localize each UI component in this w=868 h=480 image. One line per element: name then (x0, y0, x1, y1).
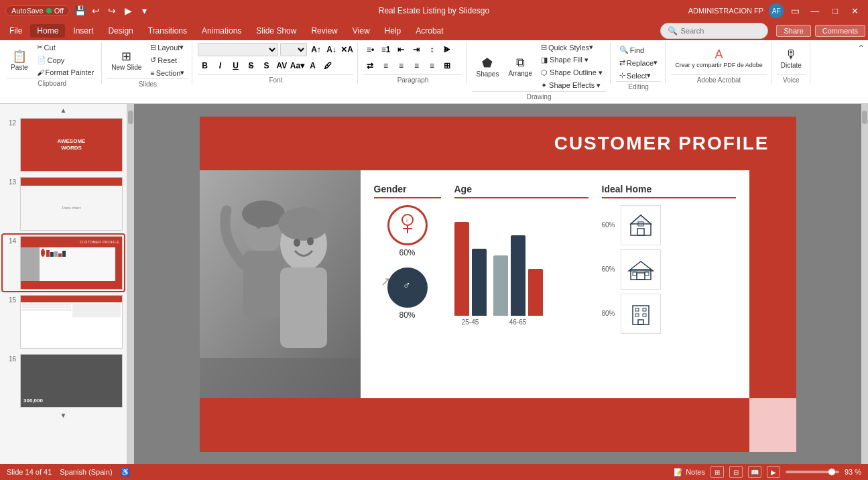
minimize-button[interactable]: — (806, 6, 823, 16)
layout-button[interactable]: ⊟ Layout ▾ (147, 42, 188, 53)
adobe-create-button[interactable]: A Crear y compartir PDF de Adobe (671, 44, 767, 73)
slide-sorter-button[interactable]: ⊟ (729, 466, 743, 478)
scroll-down-button[interactable]: ▼ (3, 412, 124, 419)
select-button[interactable]: ⊹ Select ▾ (616, 70, 661, 81)
right-scrollbar[interactable] (861, 104, 868, 464)
present-icon[interactable]: ▶ (122, 5, 134, 17)
menu-view[interactable]: View (346, 24, 377, 38)
change-case-button[interactable]: Aa▾ (290, 59, 304, 72)
svg-rect-31 (643, 314, 646, 316)
comments-button[interactable]: Comments (815, 25, 865, 37)
section-button[interactable]: ≡ Section ▾ (147, 67, 188, 78)
undo-icon[interactable]: ↩ (90, 5, 102, 17)
copy-button[interactable]: 📄 Copy (34, 54, 98, 66)
search-bar[interactable]: 🔍 (660, 23, 768, 39)
align-right-button[interactable]: ≡ (410, 59, 423, 72)
normal-view-button[interactable]: ⊞ (710, 466, 724, 478)
menu-slideshow[interactable]: Slide Show (249, 24, 303, 38)
font-row-2: B I U S S AV Aa▾ A 🖊 (198, 59, 353, 72)
shapes-button[interactable]: ⬟ Shapes (472, 52, 503, 81)
align-left-button[interactable]: ≡ (379, 59, 392, 72)
menu-design[interactable]: Design (101, 24, 139, 38)
increase-indent-button[interactable]: ⇥ (410, 43, 423, 56)
quick-styles-button[interactable]: ⊟ Quick Styles ▾ (538, 42, 606, 53)
left-scroll-thumb[interactable] (128, 111, 133, 124)
char-spacing-button[interactable]: AV (275, 59, 288, 72)
strikethrough-button[interactable]: S (244, 59, 257, 72)
home-icon-3 (621, 294, 661, 334)
menu-animations[interactable]: Animations (195, 24, 248, 38)
font-color-button[interactable]: A (306, 59, 319, 72)
underline-button[interactable]: U (229, 59, 242, 72)
menu-insert[interactable]: Insert (66, 24, 100, 38)
menu-file[interactable]: File (3, 24, 29, 38)
right-scroll-thumb[interactable] (862, 111, 867, 124)
font-size-select[interactable] (280, 43, 307, 56)
align-center-button[interactable]: ≡ (394, 59, 408, 72)
slides-label: Slides (107, 78, 188, 88)
menu-help[interactable]: Help (378, 24, 408, 38)
decrease-indent-button[interactable]: ⇤ (394, 43, 408, 56)
menu-transitions[interactable]: Transitions (141, 24, 194, 38)
text-direction-button[interactable]: ⇄ (363, 59, 377, 72)
number-list-button[interactable]: ≡1 (379, 43, 392, 56)
bullet-list-button[interactable]: ≡• (363, 43, 377, 56)
slide-thumb-15[interactable]: 15 (3, 294, 124, 350)
increase-font-button[interactable]: A↑ (309, 43, 322, 56)
menu-review[interactable]: Review (304, 24, 344, 38)
menu-acrobat[interactable]: Acrobat (409, 24, 450, 38)
slideshow-button[interactable]: ▶ (767, 466, 780, 478)
shape-outline-button[interactable]: ⬡ Shape Outline ▾ (538, 67, 606, 78)
find-button[interactable]: 🔍 Find (616, 44, 661, 56)
save-icon[interactable]: 💾 (74, 5, 86, 17)
left-scrollbar[interactable] (127, 104, 134, 464)
format-painter-button[interactable]: 🖌 Format Painter (34, 67, 98, 78)
share-button[interactable]: Share (776, 25, 810, 37)
italic-button[interactable]: I (213, 59, 227, 72)
shadow-button[interactable]: S (259, 59, 273, 72)
shape-fill-button[interactable]: ◨ Shape Fill ▾ (538, 54, 606, 66)
font-family-select[interactable] (198, 43, 278, 56)
slide-thumb-14[interactable]: 14 CUSTOMER PROFILE (3, 235, 124, 291)
zoom-slider[interactable] (786, 471, 839, 473)
search-input[interactable] (680, 27, 761, 35)
slide-num-14: 14 (4, 236, 16, 245)
text-columns-button[interactable]: ⊞ (440, 59, 454, 72)
cut-button[interactable]: ✂ Cut (34, 42, 98, 53)
slide-panel[interactable]: ▲ 12 AWESOMEWORDS 13 Data chart (0, 104, 127, 464)
reading-view-button[interactable]: 📖 (748, 466, 761, 478)
autosave-badge[interactable]: AutoSave Off (5, 5, 70, 16)
paste-button[interactable]: 📋 Paste (7, 45, 32, 74)
columns-button[interactable]: ⫸ (440, 43, 454, 56)
close-button[interactable]: ✕ (847, 6, 863, 16)
justify-button[interactable]: ≡ (425, 59, 438, 72)
bold-button[interactable]: B (198, 59, 211, 72)
male-pct: 80% (399, 310, 415, 320)
line-spacing-button[interactable]: ↕ (425, 43, 438, 56)
highlight-button[interactable]: 🖊 (321, 59, 334, 72)
customize-icon[interactable]: ▾ (138, 5, 150, 17)
female-svg: ♀ (397, 213, 418, 237)
replace-button[interactable]: ⇄ Replace ▾ (616, 57, 661, 68)
redo-icon[interactable]: ↪ (106, 5, 118, 17)
language: Spanish (Spain) (60, 468, 112, 476)
menu-home[interactable]: Home (30, 24, 65, 38)
zoom-thumb[interactable] (828, 469, 835, 475)
slide-thumb-13[interactable]: 13 Data chart (3, 176, 124, 232)
slide-thumb-16[interactable]: 16 300,000 (3, 353, 124, 409)
slide-thumb-12[interactable]: 12 AWESOMEWORDS (3, 117, 124, 173)
notes-button[interactable]: 📝 Notes (674, 468, 705, 477)
scroll-up-button[interactable]: ▲ (3, 107, 124, 114)
reset-button[interactable]: ↺ Reset (147, 54, 188, 66)
clear-format-button[interactable]: ✕A (340, 43, 353, 56)
decrease-font-button[interactable]: A↓ (324, 43, 338, 56)
shape-effects-button[interactable]: ✦ Shape Effects ▾ (538, 80, 606, 91)
arrange-button[interactable]: ⧉ Arrange (504, 52, 536, 81)
user-name: ADMINISTRACION FP (688, 7, 763, 15)
ribbon-display-icon[interactable]: ▭ (789, 5, 801, 17)
status-left: Slide 14 of 41 Spanish (Spain) ♿ (7, 468, 130, 477)
maximize-button[interactable]: □ (828, 6, 842, 16)
new-slide-button[interactable]: ⊞ New Slide (107, 46, 145, 75)
ribbon-collapse-button[interactable]: ⌃ (857, 43, 865, 54)
dictate-button[interactable]: 🎙 Dictate (777, 44, 806, 73)
